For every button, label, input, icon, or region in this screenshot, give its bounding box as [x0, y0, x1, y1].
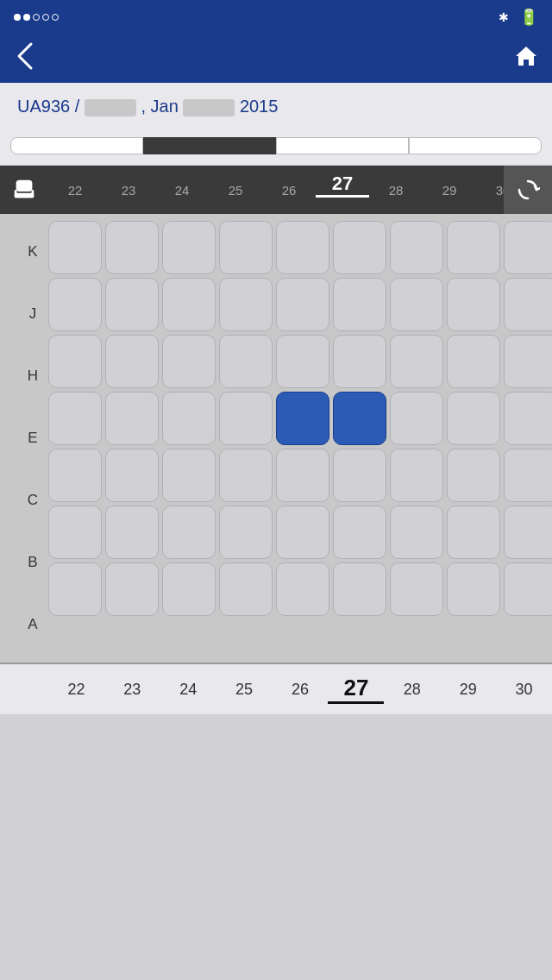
footer-row-num-22: 22 [48, 681, 104, 699]
seat-A-25[interactable] [219, 562, 273, 616]
dot-5 [52, 14, 59, 21]
seat-J-30[interactable] [504, 278, 552, 331]
redacted-field-1 [85, 99, 136, 116]
seat-H-28[interactable] [390, 335, 443, 388]
home-button[interactable] [504, 44, 538, 73]
seat-A-26[interactable] [276, 562, 329, 616]
seat-E-23[interactable] [105, 392, 159, 445]
seat-B-30[interactable] [504, 506, 552, 559]
seat-J-22[interactable] [48, 278, 102, 331]
seat-H-30[interactable] [504, 335, 552, 388]
flight-number: UA936 / , Jan 2015 [17, 97, 535, 116]
tab-details[interactable] [10, 137, 143, 154]
cabin-label-col [0, 214, 17, 663]
row-label-B: B [17, 531, 48, 594]
seat-K-22[interactable] [48, 221, 102, 274]
seat-H-27[interactable] [333, 335, 386, 388]
seat-E-24[interactable] [162, 392, 216, 445]
seat-B-23[interactable] [105, 506, 159, 559]
tab-standby[interactable] [276, 137, 409, 154]
seat-row-K [48, 221, 549, 274]
bluetooth-icon: ✱ [499, 10, 509, 24]
footer-nums: 222324252627282930 [48, 675, 552, 704]
seat-H-24[interactable] [162, 335, 216, 388]
seat-K-26[interactable] [276, 221, 329, 274]
signal-dots [14, 14, 59, 21]
tab-bar [0, 130, 552, 166]
seat-H-29[interactable] [447, 335, 500, 388]
seat-C-25[interactable] [219, 449, 273, 502]
seat-K-27[interactable] [333, 221, 386, 274]
seat-J-28[interactable] [390, 278, 443, 331]
seat-C-29[interactable] [447, 449, 500, 502]
seat-E-30[interactable] [504, 392, 552, 445]
seat-B-25[interactable] [219, 506, 273, 559]
seat-C-28[interactable] [390, 449, 443, 502]
row-numbers-footer: 222324252627282930 [0, 663, 552, 714]
seat-B-28[interactable] [390, 506, 443, 559]
seat-J-24[interactable] [162, 278, 216, 331]
seat-icon [11, 177, 37, 203]
tab-seat-map[interactable] [143, 137, 276, 154]
refresh-icon [516, 178, 540, 202]
seat-H-23[interactable] [105, 335, 159, 388]
nav-bar [0, 35, 552, 83]
seat-E-22[interactable] [48, 392, 102, 445]
seat-C-24[interactable] [162, 449, 216, 502]
seat-K-23[interactable] [105, 221, 159, 274]
seat-B-24[interactable] [162, 506, 216, 559]
seat-A-22[interactable] [48, 562, 102, 616]
seat-J-26[interactable] [276, 278, 329, 331]
header-row-num-28: 28 [369, 183, 423, 203]
seat-row-E [48, 392, 549, 445]
status-left [14, 14, 69, 21]
seat-H-25[interactable] [219, 335, 273, 388]
seat-K-30[interactable] [504, 221, 552, 274]
seat-A-30[interactable] [504, 562, 552, 616]
dot-4 [42, 14, 49, 21]
seat-E-28[interactable] [390, 392, 443, 445]
header-row-num-22: 22 [48, 183, 102, 203]
seat-K-28[interactable] [390, 221, 443, 274]
seat-E-29[interactable] [447, 392, 500, 445]
seat-A-28[interactable] [390, 562, 443, 616]
seat-H-22[interactable] [48, 335, 102, 388]
seat-C-27[interactable] [333, 449, 386, 502]
seat-A-29[interactable] [447, 562, 500, 616]
status-bar: ✱ 🔋 [0, 0, 552, 35]
row-label-J: J [17, 283, 48, 345]
seats-scroll [48, 214, 552, 663]
seat-K-25[interactable] [219, 221, 273, 274]
seat-C-26[interactable] [276, 449, 329, 502]
seat-B-22[interactable] [48, 506, 102, 559]
header-row-num-25: 25 [209, 183, 262, 203]
seat-C-23[interactable] [105, 449, 159, 502]
seat-K-29[interactable] [447, 221, 500, 274]
seats-grid [48, 214, 552, 626]
seat-E-25[interactable] [219, 392, 273, 445]
seat-B-27[interactable] [333, 506, 386, 559]
seat-C-22[interactable] [48, 449, 102, 502]
seat-K-24[interactable] [162, 221, 216, 274]
svg-rect-0 [16, 180, 33, 192]
seat-J-25[interactable] [219, 278, 273, 331]
flight-info: UA936 / , Jan 2015 [0, 83, 552, 130]
seat-B-26[interactable] [276, 506, 329, 559]
seat-E-27[interactable] [333, 392, 386, 445]
seat-row-A [48, 562, 549, 616]
seat-B-29[interactable] [447, 506, 500, 559]
seat-C-30[interactable] [504, 449, 552, 502]
seat-J-27[interactable] [333, 278, 386, 331]
back-button[interactable] [14, 41, 48, 78]
seat-J-23[interactable] [105, 278, 159, 331]
seat-A-27[interactable] [333, 562, 386, 616]
seat-A-23[interactable] [105, 562, 159, 616]
seat-E-26[interactable] [276, 392, 329, 445]
tab-upgrades[interactable] [409, 137, 542, 154]
header-row-num-27: 27 [316, 173, 369, 203]
seat-A-24[interactable] [162, 562, 216, 616]
seat-H-26[interactable] [276, 335, 329, 388]
row-nums-scroll: 222324252627282930 [48, 173, 504, 208]
refresh-button[interactable] [504, 166, 552, 214]
seat-J-29[interactable] [447, 278, 500, 331]
